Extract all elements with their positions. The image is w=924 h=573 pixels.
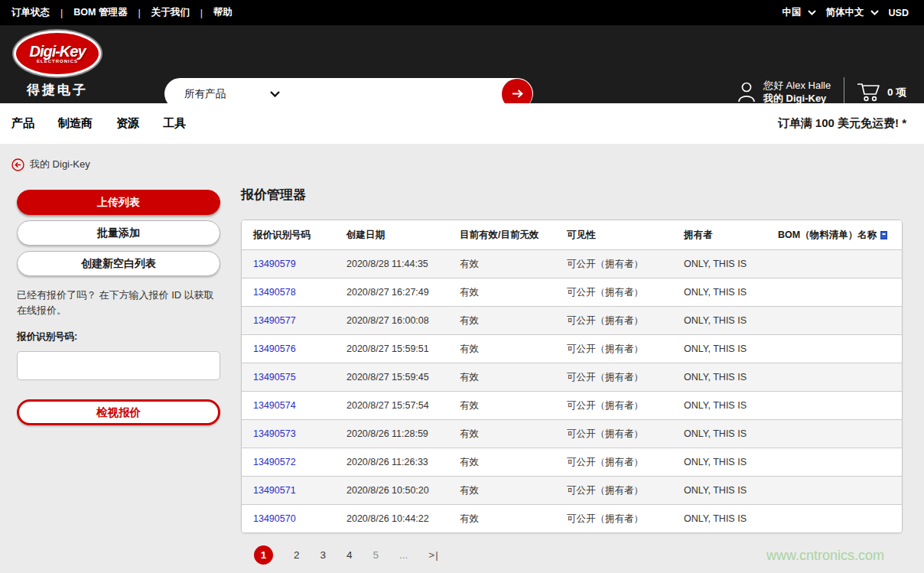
created-date-cell: 2020/8/26 10:50:20 [346, 485, 460, 496]
quote-id-link[interactable]: 13490576 [253, 343, 296, 354]
nav-item-products[interactable]: 产品 [11, 116, 34, 131]
user-icon [737, 80, 756, 103]
main-content: 报价管理器 报价识别号码 创建日期 目前有效/目前无效 可见性 拥有者 BOM（… [241, 187, 903, 565]
owner-cell: ONLY, THIS IS [684, 315, 778, 326]
owner-cell: ONLY, THIS IS [684, 400, 778, 411]
quote-prompt-text: 已经有报价了吗？ 在下方输入报价 ID 以获取在线报价。 [17, 288, 220, 318]
nav-items: 产品 制造商 资源 工具 [11, 116, 186, 131]
account-menu[interactable]: 您好 Alex Halle 我的 Digi-Key [737, 79, 831, 105]
watermark-text: www.cntronics.com [766, 548, 884, 564]
region-selector[interactable]: 中国 [782, 6, 816, 19]
nav-item-resources[interactable]: 资源 [116, 116, 139, 131]
bulk-add-button[interactable]: 批量添加 [17, 220, 220, 246]
quote-id-link[interactable]: 13490571 [253, 485, 296, 496]
owner-cell: ONLY, THIS IS [684, 287, 778, 298]
logo-electronics-text: ELECTRONICS [37, 59, 78, 64]
table-row: 13490571 2020/8/26 10:50:20 有效 可公开（拥有者） … [242, 476, 902, 504]
visibility-cell: 可公开（拥有者） [567, 428, 684, 441]
language-selector[interactable]: 简体中文 [826, 6, 879, 19]
main-nav: 产品 制造商 资源 工具 订单满 100 美元免运费! * [0, 103, 924, 144]
currency-label: USD [889, 8, 909, 18]
created-date-cell: 2020/8/27 15:57:54 [346, 400, 460, 411]
upload-list-button[interactable]: 上传列表 [17, 190, 220, 215]
created-date-cell: 2020/8/26 11:26:33 [346, 457, 460, 467]
visibility-cell: 可公开（拥有者） [567, 343, 684, 356]
visibility-cell: 可公开（拥有者） [567, 286, 684, 299]
table-row: 13490573 2020/8/26 11:28:59 有效 可公开（拥有者） … [242, 419, 902, 448]
nav-item-tools[interactable]: 工具 [163, 116, 186, 131]
digikey-logo[interactable]: Digi-Key ELECTRONICS 得捷电子 [11, 31, 103, 99]
chevron-down-icon [808, 10, 816, 15]
column-header-visibility: 可见性 [567, 229, 684, 242]
created-date-cell: 2020/8/27 15:59:51 [346, 343, 460, 354]
nav-item-manufacturers[interactable]: 制造商 [58, 116, 93, 131]
site-header: Digi-Key ELECTRONICS 得捷电子 所有产品 [0, 25, 924, 103]
column-header-bom-label: BOM（物料清单）名称 [778, 229, 877, 242]
table-row: 13490577 2020/8/27 16:00:08 有效 可公开（拥有者） … [242, 306, 902, 334]
account-text: 您好 Alex Halle 我的 Digi-Key [763, 79, 831, 105]
owner-cell: ONLY, THIS IS [684, 485, 778, 496]
status-cell: 有效 [460, 399, 567, 412]
sort-icon[interactable] [880, 231, 887, 239]
quote-id-link[interactable]: 13490570 [253, 513, 296, 524]
pagination-page-5[interactable]: 5 [373, 549, 379, 561]
quotes-table: 报价识别号码 创建日期 目前有效/目前无效 可见性 拥有者 BOM（物料清单）名… [241, 220, 903, 533]
visibility-cell: 可公开（拥有者） [567, 314, 684, 327]
column-header-status: 目前有效/目前无效 [460, 229, 567, 242]
topbar-link-help[interactable]: 帮助 [213, 6, 233, 19]
pagination-last-page-button[interactable]: >| [428, 549, 438, 561]
breadcrumb[interactable]: 我的 Digi-Key [11, 158, 90, 171]
pagination-ellipsis: ... [399, 549, 408, 561]
table-row: 13490578 2020/8/27 16:27:49 有效 可公开（拥有者） … [242, 278, 902, 306]
pagination-page-4[interactable]: 4 [346, 549, 353, 561]
owner-cell: ONLY, THIS IS [684, 513, 778, 524]
created-date-cell: 2020/8/28 11:44:35 [346, 259, 460, 269]
greeting-text: 您好 Alex Halle [763, 79, 831, 92]
free-shipping-promo: 订单满 100 美元免运费! * [778, 116, 906, 131]
topbar-link-bom-manager[interactable]: BOM 管理器 [73, 6, 127, 19]
topbar-link-about-us[interactable]: 关于我们 [151, 6, 190, 19]
quote-id-link[interactable]: 13490579 [253, 259, 296, 269]
quote-id-link[interactable]: 13490574 [253, 400, 296, 411]
quote-id-link[interactable]: 13490577 [253, 315, 296, 326]
pagination-page-1-current[interactable]: 1 [254, 545, 273, 565]
owner-cell: ONLY, THIS IS [684, 372, 778, 383]
quote-id-input[interactable] [17, 351, 220, 380]
visibility-cell: 可公开（拥有者） [567, 258, 684, 271]
view-quote-button[interactable]: 检视报价 [17, 399, 220, 425]
topbar-separator: | [138, 8, 140, 18]
owner-cell: ONLY, THIS IS [684, 457, 778, 467]
owner-cell: ONLY, THIS IS [684, 259, 778, 269]
language-label: 简体中文 [826, 6, 864, 19]
quote-id-link[interactable]: 13490578 [253, 287, 296, 298]
created-date-cell: 2020/8/26 10:44:22 [346, 513, 460, 524]
cart-button[interactable]: 0 项 [857, 82, 906, 103]
create-blank-list-button[interactable]: 创建新空白列表 [17, 251, 220, 276]
table-row: 13490572 2020/8/26 11:26:33 有效 可公开（拥有者） … [242, 448, 902, 476]
pagination-page-3[interactable]: 3 [320, 549, 327, 561]
topbar-separator: | [60, 8, 63, 18]
search-input[interactable] [288, 83, 502, 106]
quote-id-link[interactable]: 13490575 [253, 372, 296, 383]
pagination-page-2[interactable]: 2 [294, 549, 300, 561]
column-header-owner: 拥有者 [684, 229, 778, 242]
table-row: 13490575 2020/8/27 15:59:45 有效 可公开（拥有者） … [242, 363, 902, 391]
back-circle-icon [11, 158, 24, 171]
table-body: 13490579 2020/8/28 11:44:35 有效 可公开（拥有者） … [242, 249, 902, 532]
topbar-locale-controls: 中国 简体中文 USD [782, 6, 909, 19]
digikey-logo-oval: Digi-Key ELECTRONICS [14, 31, 101, 77]
search-category-dropdown[interactable]: 所有产品 [164, 87, 288, 101]
visibility-cell: 可公开（拥有者） [567, 513, 684, 526]
quote-id-link[interactable]: 13490573 [253, 428, 296, 439]
column-header-bom-name: BOM（物料清单）名称 [778, 229, 902, 242]
logo-chinese-name: 得捷电子 [11, 81, 103, 99]
visibility-cell: 可公开（拥有者） [567, 456, 684, 469]
topbar-link-order-status[interactable]: 订单状态 [11, 6, 50, 19]
utility-topbar: 订单状态 | BOM 管理器 | 关于我们 | 帮助 中国 简体中文 USD [0, 0, 924, 25]
owner-cell: ONLY, THIS IS [684, 428, 778, 439]
owner-cell: ONLY, THIS IS [684, 343, 778, 354]
currency-selector[interactable]: USD [889, 8, 909, 18]
quote-id-link[interactable]: 13490572 [253, 457, 296, 467]
chevron-down-icon [870, 10, 879, 15]
table-row: 13490570 2020/8/26 10:44:22 有效 可公开（拥有者） … [242, 504, 902, 532]
